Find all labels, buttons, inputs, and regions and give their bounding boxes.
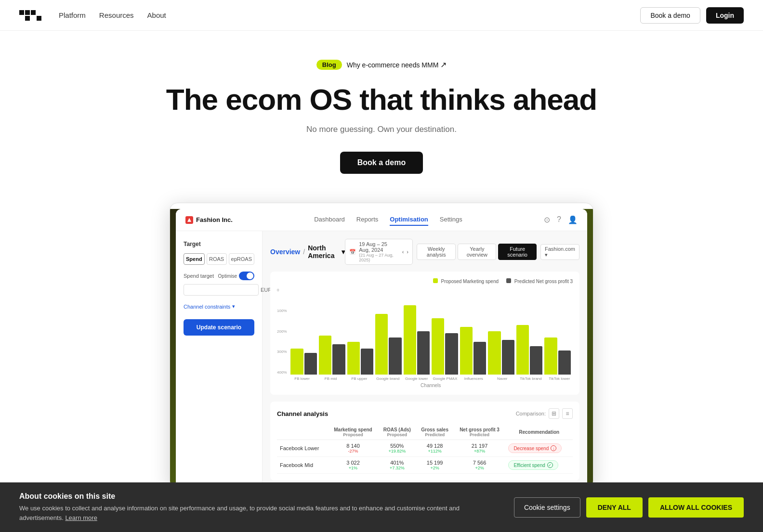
chart-legend: Proposed Marketing spend Predicted Net g… [277,278,573,284]
x-axis-label: Channels [289,383,573,388]
tab-weekly[interactable]: Weekly analysis [417,244,456,260]
dash-nav-reports[interactable]: Reports [356,214,379,226]
rec-icon: ↓ [551,445,556,451]
spend-input-row: EUR [184,284,254,296]
chart-container: 400% 300% 200% 100% 0 FB lowerFB midFB u… [277,288,573,388]
domain-selector[interactable]: Fashion.com ▾ [540,244,579,260]
ca-table-body: Facebook Lower 8 140 -27% 550% +19.82% 4… [277,440,573,474]
recommendation-button[interactable]: Efficient spend ✓ [508,460,558,470]
bar-group [432,318,458,375]
dash-icons: ⊙ ? 👤 [544,215,578,224]
login-button[interactable]: Login [706,7,744,24]
list-icon[interactable]: ≡ [562,408,573,419]
chevron-icon: ▾ [232,303,235,310]
x-label: Google lower [403,376,430,381]
tab-yearly[interactable]: Yearly overview [458,244,496,260]
blog-tag: Blog [316,60,342,70]
dash-nav-settings[interactable]: Settings [440,214,462,226]
nav-about[interactable]: About [147,11,166,19]
legend-dot-predicted [506,278,511,283]
dash-right-panel: Overview / North America ▾ 📅 [263,231,587,488]
bar-green [460,327,473,375]
help-icon[interactable]: ? [557,215,561,224]
cell-marketing: 8 140 -27% [328,440,378,457]
tab-future[interactable]: Future scenario [498,244,537,260]
logo-grid [19,10,41,21]
bar-dark [530,346,542,375]
cell-net: 21 197 +87% [454,440,506,457]
next-icon[interactable]: › [407,249,408,255]
bar-dark [417,331,430,375]
x-label: TikTok brand [517,376,544,381]
cell-marketing: 3 022 +1% [328,457,378,474]
comparison-label: Comparison: [516,411,546,416]
cell-gross: 49 128 +112% [416,440,454,457]
bar-green [375,314,388,375]
brand-icon [185,216,193,224]
legend-proposed: Proposed Marketing spend [433,278,499,284]
date-range: 📅 19 Aug – 25 Aug, 2024 (21 Aug – 27 Aug… [345,239,413,265]
navbar: Platform Resources About Book a demo Log… [0,0,763,31]
bar-group [404,305,430,375]
channel-constraints[interactable]: Channel constraints ▾ [184,303,254,310]
x-label: Naver [489,376,515,381]
bar-group [460,327,487,375]
logo [19,10,41,21]
hero-cta-button[interactable]: Book a demo [340,152,423,174]
optimise-label: Optimise [218,273,237,279]
bar-green [432,318,444,375]
blog-link[interactable]: Why e-commerce needs MMM ↗ [347,60,447,69]
bar-green [290,349,303,375]
dashboard-bg: Fashion Inc. Dashboard Reports Optimisat… [170,209,593,488]
hero-section: Blog Why e-commerce needs MMM ↗ The ecom… [0,31,763,193]
dash-nav-dashboard[interactable]: Dashboard [314,214,345,226]
hero-subtitle: No more guessing. Own your destination. [10,125,753,134]
dash-topbar: Fashion Inc. Dashboard Reports Optimisat… [176,209,587,231]
dash-brand: Fashion Inc. [185,216,233,224]
cell-net: 7 566 +2% [454,457,506,474]
breadcrumb-overview[interactable]: Overview [270,248,300,256]
dashboard-inner: Fashion Inc. Dashboard Reports Optimisat… [176,209,587,488]
ca-controls: Comparison: ⊞ ≡ [516,408,573,419]
x-label: FB mid [317,376,344,381]
dash-nav-optimisation[interactable]: Optimisation [390,214,428,226]
ca-table: Marketing spend Proposed ROAS (Ads) Prop… [277,425,573,474]
tab-roas[interactable]: ROAS [207,253,227,265]
nav-resources[interactable]: Resources [99,11,134,19]
prev-icon[interactable]: ‹ [402,249,404,255]
table-header-row: Marketing spend Proposed ROAS (Ads) Prop… [277,425,573,440]
user-icon[interactable]: 👤 [568,215,578,224]
x-label: TikTok lower [546,376,573,381]
book-demo-nav-button[interactable]: Book a demo [640,7,700,24]
target-tabs: Spend ROAS epROAS [184,253,254,265]
bar-group [488,331,514,375]
bell-icon[interactable]: ⊙ [544,215,550,224]
recommendation-button[interactable]: Decrease spend ↓ [508,443,562,453]
bar-dark [502,340,514,375]
cell-channel: Facebook Lower [277,440,328,457]
dashboard-frame: Fashion Inc. Dashboard Reports Optimisat… [170,203,593,489]
update-scenario-button[interactable]: Update scenario [184,319,254,336]
spend-target-label: Spend target [184,273,214,279]
bar-dark [389,337,401,375]
spend-target-row: Spend target Optimise [184,272,254,280]
x-label: Influencers [460,376,487,381]
nav-platform[interactable]: Platform [59,11,86,19]
spend-input[interactable] [184,284,259,296]
brand-name: Fashion Inc. [196,216,233,223]
hero-title: The ecom OS that thinks ahead [10,83,753,116]
col-gross: Gross sales Predicted [416,425,454,440]
col-marketing: Marketing spend Proposed [328,425,378,440]
bar-group [516,325,543,375]
optimise-toggle[interactable] [239,272,254,280]
grid-icon[interactable]: ⊞ [549,408,559,419]
bar-dark [332,344,345,375]
bar-group [375,314,402,375]
legend-predicted: Predicted Net gross profit 3 [506,278,573,284]
x-label: FB upper [346,376,372,381]
tab-spend[interactable]: Spend [184,253,205,265]
cell-roas: 401% +7.32% [378,457,416,474]
cell-recommendation: Decrease spend ↓ [505,440,573,457]
blog-arrow-icon: ↗ [440,61,447,69]
tab-eproas[interactable]: epROAS [229,253,254,265]
